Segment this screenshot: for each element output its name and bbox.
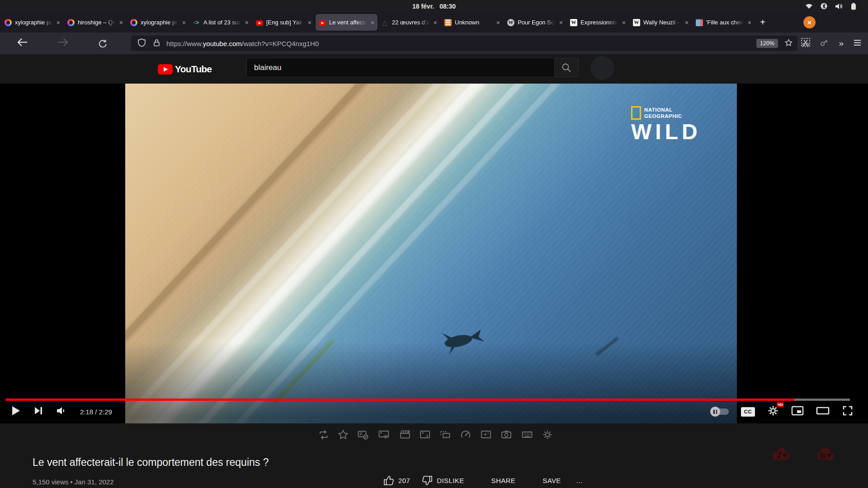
- url-scheme: https://www.: [166, 40, 203, 47]
- youtube-logo[interactable]: YouTube: [158, 64, 212, 75]
- browser-tab[interactable]: xylographie pol ×: [127, 14, 189, 31]
- video-player: NATIONAL GEOGRAPHIC WILD 2:18 / 2:29: [0, 84, 868, 423]
- key-icon[interactable]: [818, 36, 832, 50]
- search-icon: [561, 62, 572, 73]
- autoplay-toggle[interactable]: [712, 408, 729, 415]
- time-display: 2:18 / 2:29: [80, 408, 112, 416]
- lock-icon[interactable]: [153, 39, 160, 48]
- browser-tab[interactable]: xylographie pol ×: [1, 14, 63, 31]
- tab-close-button[interactable]: ×: [434, 19, 437, 26]
- screenshot-icon[interactable]: [500, 429, 513, 441]
- screenshot-scissors-icon[interactable]: [801, 38, 811, 49]
- ads-block-icon[interactable]: [356, 429, 370, 441]
- forward-button[interactable]: [58, 38, 68, 48]
- like-button[interactable]: 207: [383, 475, 410, 486]
- overflow-menu-icon[interactable]: »: [839, 38, 844, 48]
- toolbar-right: »: [801, 33, 862, 54]
- play-button[interactable]: [11, 405, 21, 418]
- back-button[interactable]: [17, 38, 28, 48]
- loop-icon[interactable]: [317, 429, 330, 441]
- search-button[interactable]: [554, 58, 579, 77]
- progress-played: [5, 399, 794, 401]
- tab-close-button[interactable]: ×: [685, 19, 689, 26]
- settings-button[interactable]: HD: [767, 405, 779, 418]
- cloud-download-buttons: [769, 446, 837, 465]
- cloud-video-upload-icon[interactable]: [814, 446, 837, 465]
- tab-strip: xylographie pol × hiroshige – Qwa × xylo…: [0, 12, 868, 33]
- tab-title: Wally Neuzil — W: [643, 19, 682, 26]
- next-button[interactable]: [34, 406, 43, 417]
- browser-tab[interactable]: 22 œuvres d'art ×: [378, 14, 440, 31]
- resize-icon[interactable]: [419, 429, 431, 441]
- more-actions-button[interactable]: ...: [576, 477, 583, 484]
- save-button[interactable]: SAVE: [542, 477, 561, 484]
- browser-tab[interactable]: Wally Neuzil — W ×: [630, 14, 692, 31]
- progress-bar[interactable]: [5, 399, 850, 401]
- tab-close-button[interactable]: ×: [119, 19, 123, 26]
- volume-button[interactable]: [56, 406, 67, 417]
- bluetooth-icon: [821, 3, 827, 9]
- account-avatar[interactable]: [590, 56, 614, 80]
- new-tab-button[interactable]: +: [755, 15, 770, 30]
- popup-player-icon[interactable]: [439, 429, 452, 441]
- url-path: /watch?v=KPCQ4nxg1H0: [242, 40, 319, 47]
- hamburger-menu-icon[interactable]: [853, 38, 862, 49]
- tab-close-button[interactable]: ×: [182, 19, 186, 26]
- tab-close-button[interactable]: ×: [622, 19, 626, 26]
- miniplayer-button[interactable]: [791, 406, 804, 418]
- tab-close-button[interactable]: ×: [57, 19, 60, 26]
- tab-close-button[interactable]: ×: [371, 19, 374, 26]
- cinema-icon[interactable]: [399, 429, 411, 441]
- tab-close-button[interactable]: ×: [245, 19, 249, 26]
- url-bar[interactable]: https://www.youtube.com/watch?v=KPCQ4nxg…: [131, 36, 797, 51]
- reload-button[interactable]: [98, 38, 107, 49]
- speed-icon[interactable]: [459, 429, 472, 441]
- browser-tab[interactable]: Unknown ×: [441, 14, 503, 31]
- tab-title: 22 œuvres d'art: [392, 19, 430, 26]
- video-actions: 207 DISLIKE SHARE SAVE ...: [383, 475, 582, 486]
- shield-icon[interactable]: [137, 38, 146, 49]
- tab-favicon: [5, 19, 12, 26]
- natgeo-frame-icon: [631, 106, 641, 120]
- tab-favicon: [130, 19, 137, 26]
- natgeo-wild-text: WILD: [631, 122, 701, 142]
- cloud-music-upload-icon[interactable]: [769, 446, 793, 465]
- tab-title: xylographie pol: [15, 19, 53, 26]
- browser-tab[interactable]: Le vent affecter ×: [316, 14, 377, 31]
- captions-button[interactable]: CC: [741, 407, 755, 417]
- video-frame[interactable]: NATIONAL GEOGRAPHIC WILD: [125, 84, 737, 423]
- browser-tab[interactable]: A list of 23 surp ×: [190, 14, 252, 31]
- system-time: 08:30: [439, 3, 456, 10]
- close-all-tabs-button[interactable]: ×: [803, 16, 816, 28]
- bookmark-star-icon[interactable]: [784, 38, 793, 49]
- shortcuts-icon[interactable]: [520, 429, 534, 441]
- search-input[interactable]: [247, 63, 554, 72]
- browser-tab[interactable]: [Eng sub] Yak Ca ×: [253, 14, 315, 31]
- share-button[interactable]: SHARE: [491, 477, 516, 484]
- browser-tab[interactable]: Expressionnism ×: [567, 14, 629, 31]
- shark-shadow: [595, 337, 619, 357]
- tab-close-button[interactable]: ×: [748, 19, 751, 26]
- tab-title: Pour Egon Schie: [518, 19, 556, 26]
- url-text[interactable]: https://www.youtube.com/watch?v=KPCQ4nxg…: [166, 40, 756, 47]
- tab-close-button[interactable]: ×: [496, 19, 500, 26]
- tab-close-button[interactable]: ×: [308, 19, 311, 26]
- favorite-icon[interactable]: [337, 429, 349, 441]
- shoreline-algae: [273, 339, 334, 404]
- tab-favicon: [319, 20, 326, 26]
- settings-icon[interactable]: [542, 429, 553, 441]
- tab-close-button[interactable]: ×: [559, 19, 563, 26]
- browser-tab[interactable]: Pour Egon Schie ×: [504, 14, 566, 31]
- theater-mode-button[interactable]: [816, 406, 830, 417]
- zoom-level-badge[interactable]: 120%: [756, 39, 778, 48]
- browser-tab[interactable]: 'Fille aux cheve ×: [693, 14, 755, 31]
- browser-tab[interactable]: hiroshige – Qwa ×: [64, 14, 126, 31]
- tab-title: [Eng sub] Yak Ca: [266, 19, 305, 26]
- filters-icon[interactable]: [479, 429, 493, 441]
- tab-favicon: [193, 19, 200, 26]
- system-clock[interactable]: 18 févr. 08:30: [412, 0, 456, 12]
- thumb-up-icon: [383, 475, 394, 486]
- preview-icon[interactable]: [377, 429, 392, 441]
- fullscreen-button[interactable]: [842, 405, 854, 418]
- dislike-button[interactable]: DISLIKE: [422, 475, 464, 486]
